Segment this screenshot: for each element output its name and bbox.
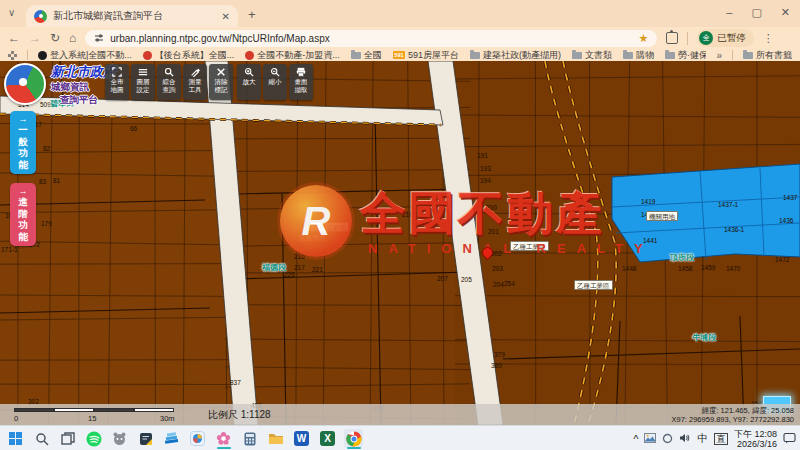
address-bar[interactable]: urban.planning.ntpc.gov.tw/NtpcURInfo/Ma… <box>85 30 657 47</box>
reload-icon[interactable]: ↻ <box>50 32 60 44</box>
bookmark-label: 文書類 <box>585 49 612 62</box>
map-tool-zoom-in-button[interactable]: 放大 <box>237 64 261 100</box>
tab-search-chevron-icon[interactable]: ∨ <box>8 7 15 18</box>
bookmark-item[interactable]: 【後台系統】全國... <box>143 49 235 62</box>
parcel-number: 837 <box>230 379 241 386</box>
taskbar-spotify-icon[interactable] <box>84 429 103 448</box>
bookmark-item[interactable]: 591591房屋平台 <box>393 49 459 62</box>
bookmark-item[interactable]: 登入系統|全國不動... <box>38 49 132 62</box>
home-icon[interactable]: ⌂ <box>69 32 76 44</box>
volume-icon[interactable] <box>679 430 691 448</box>
bookmark-item[interactable]: 文書類 <box>572 49 612 62</box>
taskbar-start-icon[interactable] <box>6 429 25 448</box>
folder-icon <box>470 52 480 59</box>
map-tool-zoom-out-button[interactable]: 縮小 <box>263 64 287 100</box>
parcel-number: 231 <box>287 198 298 205</box>
ime-language-indicator[interactable]: 中 <box>697 432 708 446</box>
map-tool-capture-button[interactable]: 畫面擷取 <box>289 64 313 100</box>
map-tool-label: 綜合 <box>157 78 181 86</box>
taskbar-word-icon[interactable]: W <box>292 429 311 448</box>
browser-toolbar: ← → ↻ ⌂ urban.planning.ntpc.gov.tw/NtpcU… <box>0 27 800 49</box>
map-tool-search-button[interactable]: 綜合查詢 <box>157 64 181 100</box>
parcel-number: 203 <box>492 265 503 272</box>
new-tab-button[interactable]: + <box>248 8 256 21</box>
layers-icon <box>138 67 148 77</box>
ime-mode-indicator[interactable]: 直 <box>714 433 728 445</box>
parcel-number: 216 <box>294 253 305 260</box>
window-maximize-button[interactable]: ▢ <box>751 6 761 19</box>
zoom-in-icon <box>244 67 254 77</box>
map-status-bar: 0 15 30m 比例尺 1:1128 經度: 121.465, 緯度: 25.… <box>0 404 800 425</box>
coordinates-readout: 經度: 121.465, 緯度: 25.058 X97: 296959.893,… <box>672 406 794 424</box>
extensions-icon[interactable] <box>666 32 678 44</box>
active-app-indicator <box>347 447 361 450</box>
bookmark-label: 購物 <box>636 49 654 62</box>
map-tool-clear-button[interactable]: 清除標記 <box>209 64 233 100</box>
fullscreen-icon <box>112 67 122 77</box>
taskbar-photos-icon[interactable] <box>188 429 207 448</box>
parcel-number: 1459 <box>701 264 715 271</box>
apps-grid-icon[interactable] <box>8 51 17 60</box>
taskbar-task-view-icon[interactable] <box>58 429 77 448</box>
all-bookmarks-button[interactable]: 所有書籤 <box>743 49 792 62</box>
arrow-icon: → <box>10 114 36 124</box>
map-tool-measure-button[interactable]: 測量工具 <box>183 64 207 100</box>
tray-expand-icon[interactable]: ^ <box>634 433 639 445</box>
tab-title: 新北市城鄉資訊查詢平台 <box>53 9 216 23</box>
map-canvas[interactable]: 51450951051784828381169179172171-1663923… <box>0 61 800 425</box>
tray-image-icon[interactable] <box>644 430 656 448</box>
taskbar-file-explorer-icon[interactable] <box>266 429 285 448</box>
parcel-number: 1436-1 <box>724 226 744 233</box>
window-minimize-button[interactable]: – <box>726 6 732 19</box>
bookmark-item[interactable]: 建築社政(動產擷用) <box>470 49 561 62</box>
parcel-number: 217 <box>294 264 305 271</box>
notification-center-icon[interactable] <box>783 430 796 448</box>
side-tab-label: 進 <box>10 196 36 208</box>
ntpc-logo-icon <box>4 63 46 105</box>
back-icon[interactable]: ← <box>8 32 20 44</box>
taskbar-excel-icon[interactable]: X <box>318 429 337 448</box>
map-tool-layers-button[interactable]: 圖層設定 <box>131 64 155 100</box>
dot-red-icon <box>143 51 152 60</box>
forward-icon[interactable]: → <box>29 32 41 44</box>
bookmark-label: 【後台系統】全國... <box>155 49 235 62</box>
site-info-icon[interactable] <box>94 33 104 43</box>
scale-tick: 0 <box>14 414 18 423</box>
browser-menu-icon[interactable]: ⋮ <box>763 32 774 45</box>
taskbar-notepad-icon[interactable] <box>136 429 155 448</box>
clock-time: 下午 12:08 <box>734 429 777 439</box>
parcel-number: 200 <box>486 204 497 211</box>
bookmark-item[interactable]: 勞·健保局 <box>665 49 706 62</box>
side-tab-advanced[interactable]: →進階功能 <box>10 183 36 246</box>
parcel-number: 205 <box>461 276 472 283</box>
taskbar-chrome-icon[interactable] <box>344 429 363 448</box>
taskbar-books-icon[interactable] <box>162 429 181 448</box>
bookmark-label: 全國不動產-加盟資... <box>257 49 340 62</box>
taskbar-calculator-icon[interactable] <box>240 429 259 448</box>
bookmark-item[interactable]: 全國 <box>351 49 382 62</box>
tab-close-icon[interactable]: ✕ <box>222 11 230 22</box>
taskbar-search-icon[interactable] <box>32 429 51 448</box>
street-name-label: 牛埔段 <box>692 332 716 343</box>
taskbar-clock[interactable]: 下午 12:08 2026/3/16 <box>734 429 777 449</box>
coord-twd97: X97: 296959.893, Y97: 2772292.830 <box>672 415 794 424</box>
bookmark-item[interactable]: 購物 <box>623 49 654 62</box>
browser-tab[interactable]: 新北市城鄉資訊查詢平台 ✕ <box>26 5 238 27</box>
tray-sync-icon[interactable] <box>662 430 673 448</box>
side-tab-general[interactable]: →一般功能 <box>10 111 36 174</box>
parcel-number: 194 <box>480 177 491 184</box>
bookmark-item[interactable]: 全國不動產-加盟資... <box>245 49 340 62</box>
profile-chip[interactable]: 全 已暫停 <box>697 29 754 47</box>
side-tab-label: 能 <box>10 159 36 171</box>
bookmarks-overflow-icon[interactable]: » <box>716 50 722 61</box>
map-tool-fullscreen-button[interactable]: 全市地圖 <box>105 64 129 100</box>
map-tool-label: 圖層 <box>131 78 155 86</box>
window-close-button[interactable]: ✕ <box>781 6 790 19</box>
parcel-number: 207 <box>437 275 448 282</box>
bookmarks-divider-2 <box>732 50 733 60</box>
parcel-number: 179 <box>41 220 52 227</box>
taskbar-flower-icon[interactable] <box>214 429 233 448</box>
bookmark-star-icon[interactable]: ★ <box>638 32 648 45</box>
taskbar-app-gray-icon[interactable] <box>110 429 129 448</box>
map-tool-label: 地圖 <box>105 86 129 94</box>
